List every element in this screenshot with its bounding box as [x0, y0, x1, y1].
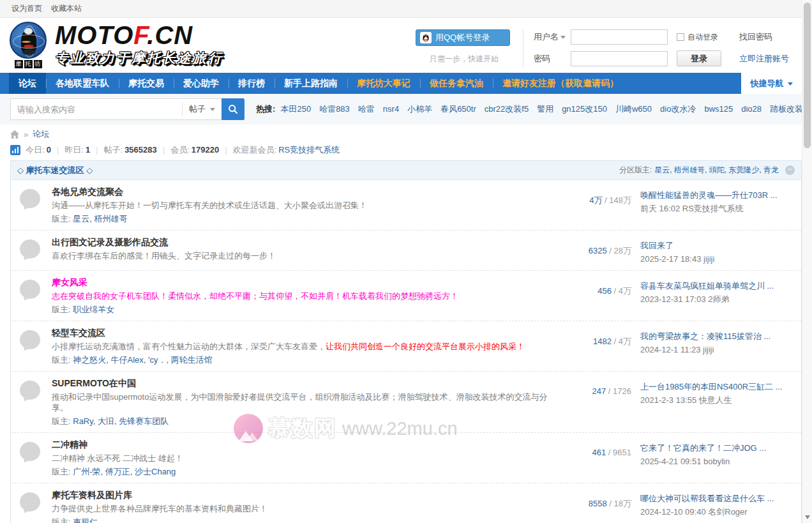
hot-search-link[interactable]: nsr4: [383, 104, 399, 114]
chevron-down-icon: [210, 108, 215, 111]
qq-login-hint: 只需一步，快速开始: [416, 54, 513, 64]
forum-counts: 4万 / 148万: [561, 186, 631, 224]
scrollbar-thumb[interactable]: [804, 3, 811, 148]
password-field[interactable]: [571, 51, 668, 66]
forum-moderator-links[interactable]: 神之怒火, 牛仔Alex, 'cy．, 两轮生活馆: [73, 355, 212, 365]
new-member-link[interactable]: RS竞技排气系统: [278, 145, 340, 155]
forum-moderator-links[interactable]: 星云, 梧州雄哥: [73, 214, 127, 224]
hot-search: 热搜:本田250哈雷883哈雷nsr4小棉羊春风650trcbr22改装f5警用…: [256, 103, 802, 115]
login-button[interactable]: 登录: [677, 50, 721, 66]
section-moderators-links[interactable]: 星云, 梧州雄哥, 頭陀, 东莞隆少, 青龙: [654, 165, 779, 176]
logo-globe-icon: 摩托坊: [8, 22, 49, 68]
nav-item[interactable]: 各地联盟车队: [46, 73, 119, 94]
last-post-link[interactable]: 我回来了: [640, 240, 792, 251]
scrollbar-down-arrow-icon[interactable]: [805, 515, 810, 519]
last-post-link[interactable]: 唤醒性能猛兽的灵魂——升仕703R ...: [640, 190, 792, 201]
search-input[interactable]: [11, 100, 182, 119]
forum-row: 各地兄弟交流聚会 沟通——从摩托车开始！一切与摩托车有关的技术或生活话题、大小聚…: [11, 180, 801, 231]
bookmark-site-link[interactable]: 收藏本站: [51, 3, 82, 14]
forum-description: 二冲精神 永远不死 二冲战士 雄起！: [52, 453, 552, 464]
last-post-link[interactable]: 它来了！它真的来了！二冲JOG ...: [640, 443, 792, 453]
qq-login-label: 用QQ帐号登录: [435, 32, 490, 43]
hot-search-link[interactable]: 踏板改装: [770, 104, 802, 114]
last-post-meta: 2024-12-10 09:40 名剑Roger: [640, 506, 792, 517]
auto-login-option[interactable]: 自动登录: [672, 32, 733, 43]
nav-item[interactable]: 做任务拿汽油: [420, 73, 493, 94]
forum-title-link[interactable]: 二冲精神: [52, 439, 87, 450]
forum-moderator-links[interactable]: RaRy, 大旧, 先锋赛车团队: [73, 416, 169, 426]
hot-search-link[interactable]: dio改水冷: [660, 104, 696, 114]
last-post-meta: 2024-12-1 11:23 jijiji: [640, 344, 792, 355]
hot-search-link[interactable]: 小棉羊: [407, 104, 432, 114]
forum-bubble-icon: [20, 492, 43, 523]
home-icon[interactable]: [10, 130, 19, 139]
forum-row: 摩女风采 志在突破自我的女子机车团队！柔情似水，却绝不平庸；与其仰望，不如并肩！…: [11, 271, 801, 321]
forum-last-post: 我回来了 2025-2-17 18:43 jijiji: [640, 236, 792, 264]
forum-bubble-icon: [20, 280, 43, 315]
auto-login-checkbox[interactable]: [677, 33, 684, 41]
last-post-link[interactable]: 我的弯梁故事之：凌骏115拔管治 ...: [640, 331, 792, 342]
set-homepage-link[interactable]: 设为首页: [11, 3, 42, 14]
hot-search-link[interactable]: 警用: [537, 104, 553, 114]
username-label[interactable]: 用户名: [534, 31, 571, 43]
nav-item[interactable]: 新手上路指南: [274, 73, 347, 94]
forum-description: 喜欢行李绑在车后的感觉！用镜头、文字记录走过的每一步！: [52, 250, 552, 261]
section-title-link[interactable]: ◇ 摩托车迷交流区 ◇: [17, 165, 93, 176]
forum-moderator-links[interactable]: 广州-荣, 傅万正, 沙士Chang: [73, 467, 176, 476]
breadcrumb-forum-link[interactable]: 论坛: [33, 128, 49, 140]
forum-title-link[interactable]: 摩托车资料及图片库: [52, 490, 132, 500]
forum-title-link[interactable]: SUPERMOTO在中国: [52, 378, 136, 388]
auto-login-label: 自动登录: [688, 32, 718, 43]
last-post-link[interactable]: 上一台1985年的本田NS400R三缸二 ...: [640, 381, 792, 392]
forum-counts: 247 / 1726: [561, 377, 631, 427]
section-moderators: 分区版主: 星云, 梧州雄哥, 頭陀, 东莞隆少, 青龙 −: [619, 165, 795, 176]
forum-moderator-links[interactable]: 車親仁: [73, 517, 98, 523]
username-field[interactable]: [571, 29, 668, 45]
forum-moderator-links[interactable]: 职业绵羊女: [73, 305, 114, 314]
quick-nav-button[interactable]: 快捷导航: [741, 73, 802, 94]
hot-search-link[interactable]: 本田250: [280, 104, 311, 114]
qq-penguin-icon: [420, 32, 432, 43]
forum-moderators: 版主: 星云, 梧州雄哥: [52, 213, 552, 224]
forum-title-link[interactable]: 摩女风采: [52, 277, 87, 287]
nav-item[interactable]: 邀请好友注册（获取邀请码）: [493, 73, 628, 94]
hot-search-label: 热搜:: [256, 104, 275, 114]
forum-title-link[interactable]: 出行图文记录及摄影作品交流: [52, 237, 168, 247]
logo-badges: 摩托坊: [8, 60, 49, 68]
forum-title-link[interactable]: 各地兄弟交流聚会: [52, 186, 123, 197]
hot-search-link[interactable]: bws125: [704, 104, 733, 114]
stat-today: 今日:0: [26, 144, 51, 156]
search-strip: 帖子 热搜:本田250哈雷883哈雷nsr4小棉羊春风650trcbr22改装f…: [0, 94, 812, 125]
nav-item[interactable]: 排行榜: [229, 73, 274, 94]
nav-item[interactable]: 摩托交易: [119, 73, 174, 94]
nav-item[interactable]: 论坛: [9, 73, 46, 94]
last-post-link[interactable]: 容县车友菜鸟疯狂姐单骑单驾之川 ...: [640, 280, 792, 291]
forum-bubble-icon: [20, 239, 43, 264]
search-type-dropdown[interactable]: 帖子: [182, 102, 222, 116]
site-logo[interactable]: 摩托坊 MOTOF.CN 专业致力于摩托长途旅行: [8, 22, 223, 68]
hot-search-link[interactable]: 哈雷883: [319, 104, 350, 114]
last-post-link[interactable]: 哪位大神可以帮我看看这是什么车 ...: [640, 493, 792, 504]
forum-section-panel: ◇ 摩托车迷交流区 ◇ 分区版主: 星云, 梧州雄哥, 頭陀, 东莞隆少, 青龙…: [10, 160, 802, 523]
find-password-link[interactable]: 找回密码: [733, 31, 797, 43]
forum-stats-line: 今日:0 昨日:1 帖子:3565283 会员:179220 欢迎新会员:RS竞…: [10, 144, 802, 156]
hot-search-link[interactable]: dio28: [741, 104, 762, 114]
chevron-down-icon: [788, 82, 793, 86]
register-link[interactable]: 立即注册账号: [733, 53, 797, 64]
hot-search-link[interactable]: 川崎w650: [615, 104, 652, 114]
collapse-section-button[interactable]: −: [785, 165, 795, 175]
forum-row: 二冲精神 二冲精神 永远不死 二冲战士 雄起！ 版主: 广州-荣, 傅万正, 沙…: [11, 433, 801, 483]
hot-search-link[interactable]: cbr22改装f5: [485, 104, 529, 114]
search-button[interactable]: [222, 98, 244, 120]
forum-last-post: 唤醒性能猛兽的灵魂——升仕703R ... 前天 16:02 RS竞技排气系统: [640, 186, 792, 224]
nav-item[interactable]: 摩托坊大事记: [347, 73, 420, 94]
page-scrollbar[interactable]: [802, 0, 812, 523]
hot-search-link[interactable]: gn125改150: [562, 104, 607, 114]
forum-row: 摩托车资料及图片库 力争提供史上世界各种品牌摩托车的基本资料和典藏图片！ 版主:…: [11, 483, 801, 523]
forum-bubble-icon: [20, 442, 43, 477]
qq-login-button[interactable]: 用QQ帐号登录: [416, 29, 510, 46]
forum-title-link[interactable]: 轻型车交流区: [52, 328, 105, 338]
nav-item[interactable]: 爱心助学: [174, 73, 229, 94]
hot-search-link[interactable]: 哈雷: [358, 104, 375, 114]
hot-search-link[interactable]: 春风650tr: [440, 104, 476, 114]
